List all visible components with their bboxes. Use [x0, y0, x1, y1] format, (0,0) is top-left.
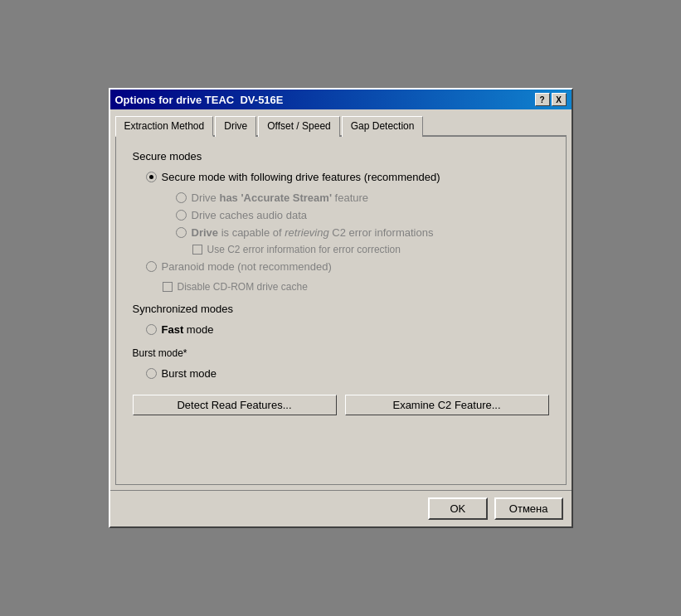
- fast-mode-option[interactable]: Fast mode: [146, 323, 549, 337]
- tab-gap-detection[interactable]: Gap Detection: [342, 116, 424, 137]
- burst-mode-radio[interactable]: [146, 368, 157, 379]
- dialog-footer: OK Отмена: [110, 490, 572, 526]
- dialog-content: Extraction Method Drive Offset / Speed G…: [110, 109, 572, 490]
- feature1-option: Drive has 'Accurate Stream' feature: [176, 192, 549, 204]
- secure-mode-label: Secure mode with following drive feature…: [162, 171, 440, 185]
- feature1-radio[interactable]: [176, 192, 187, 203]
- disable-cache-label: Disable CD-ROM drive cache: [178, 281, 308, 293]
- feature3-radio[interactable]: [176, 227, 187, 238]
- c2-checkbox-label: Use C2 error information for error corre…: [207, 244, 401, 255]
- burst-mode-label: Burst mode: [162, 367, 216, 381]
- help-button[interactable]: ?: [535, 93, 550, 106]
- disable-cache-checkbox[interactable]: [163, 282, 173, 292]
- burst-label: Burst mode*: [133, 347, 549, 359]
- feature1-label: Drive has 'Accurate Stream' feature: [192, 192, 369, 204]
- close-button[interactable]: X: [552, 93, 567, 106]
- secure-mode-option[interactable]: Secure mode with following drive feature…: [146, 171, 549, 185]
- paranoid-radio[interactable]: [146, 261, 157, 272]
- secure-modes-group: Secure mode with following drive feature…: [146, 171, 549, 293]
- feature2-option: Drive caches audio data: [176, 209, 549, 221]
- synchronized-group: Fast mode: [146, 323, 549, 337]
- synchronized-label: Synchronized modes: [133, 303, 549, 315]
- paranoid-label: Paranoid mode (not recommended): [162, 260, 332, 274]
- tab-content: Secure modes Secure mode with following …: [115, 137, 567, 485]
- c2-checkbox-option[interactable]: Use C2 error information for error corre…: [192, 244, 549, 255]
- disable-cache-option[interactable]: Disable CD-ROM drive cache: [163, 281, 549, 293]
- fast-mode-label: Fast mode: [162, 323, 214, 337]
- secure-mode-radio[interactable]: [146, 172, 157, 182]
- tab-drive[interactable]: Drive: [215, 116, 256, 137]
- examine-c2-feature-button[interactable]: Examine C2 Feature...: [345, 395, 549, 415]
- feature3-label: Drive is capable of retrieving C2 error …: [192, 226, 434, 239]
- burst-mode-option[interactable]: Burst mode: [146, 367, 549, 381]
- paranoid-option[interactable]: Paranoid mode (not recommended): [146, 260, 549, 274]
- synchronized-section: Synchronized modes Fast mode: [133, 303, 549, 337]
- feature2-label: Drive caches audio data: [192, 209, 307, 221]
- burst-group: Burst mode: [146, 367, 549, 381]
- tab-extraction-method[interactable]: Extraction Method: [115, 116, 214, 137]
- secure-sub-options: Drive has 'Accurate Stream' feature Driv…: [176, 192, 549, 255]
- title-bar-text: Options for drive TEAC DV-516E: [115, 94, 284, 106]
- ok-button[interactable]: OK: [428, 497, 488, 520]
- burst-section: Burst mode* Burst mode: [133, 347, 549, 381]
- secure-modes-label: Secure modes: [133, 150, 549, 162]
- bottom-buttons: Detect Read Features... Examine C2 Featu…: [133, 395, 549, 415]
- fast-mode-radio[interactable]: [146, 324, 157, 335]
- detect-read-features-button[interactable]: Detect Read Features...: [133, 395, 337, 415]
- title-bar-buttons: ? X: [535, 93, 567, 106]
- feature3-option: Drive is capable of retrieving C2 error …: [176, 226, 549, 239]
- cancel-button[interactable]: Отмена: [494, 497, 563, 520]
- tabs: Extraction Method Drive Offset / Speed G…: [115, 114, 567, 137]
- tab-offset-speed[interactable]: Offset / Speed: [258, 116, 340, 137]
- c2-checkbox[interactable]: [192, 245, 202, 255]
- title-bar: Options for drive TEAC DV-516E ? X: [110, 90, 572, 109]
- dialog-window: Options for drive TEAC DV-516E ? X Extra…: [109, 88, 573, 528]
- feature2-radio[interactable]: [176, 210, 187, 221]
